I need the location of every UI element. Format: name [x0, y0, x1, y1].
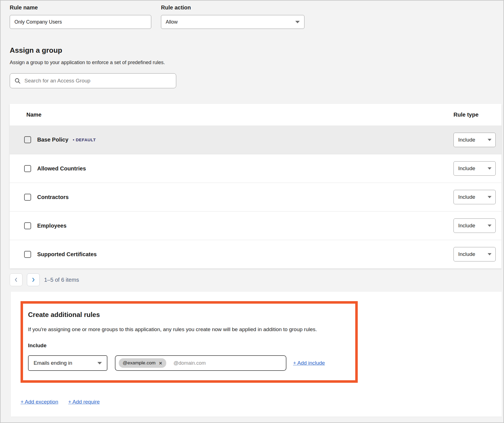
rule-type-value: Include: [458, 165, 475, 172]
rule-type-select[interactable]: Include: [453, 133, 496, 147]
row-right: Include: [453, 218, 502, 233]
row-checkbox[interactable]: [24, 194, 31, 201]
rule-name-field-group: Rule name: [10, 4, 151, 29]
chevron-down-icon: [295, 21, 300, 23]
column-header-name: Name: [10, 112, 453, 118]
include-label: Include: [28, 343, 349, 349]
rule-action-value: Allow: [166, 19, 178, 25]
rule-name-label: Rule name: [10, 4, 151, 11]
row-left: Supported Certificates: [10, 251, 453, 258]
additional-rules-card: Create additional rules If you're assign…: [11, 292, 502, 417]
row-checkbox[interactable]: [24, 222, 31, 229]
annotation-highlight-box: Create additional rules If you're assign…: [21, 301, 358, 383]
access-group-search-input[interactable]: [24, 78, 172, 84]
rule-action-field-group: Rule action Allow: [161, 4, 304, 29]
row-right: Include: [453, 161, 502, 176]
pagination-prev-button[interactable]: [10, 273, 22, 286]
table-row: Contractors Include: [10, 183, 502, 211]
rule-type-select[interactable]: Include: [453, 247, 496, 261]
row-right: Include: [453, 133, 502, 147]
rule-action-select[interactable]: Allow: [161, 15, 304, 29]
rule-form: Rule name Rule action Allow: [1, 1, 503, 29]
chevron-down-icon: [488, 225, 492, 227]
rule-type-value: Include: [458, 194, 475, 200]
access-group-search-box: [10, 73, 176, 88]
table-row: Employees Include: [10, 211, 502, 240]
email-tags-input-box[interactable]: @example.com ✕: [115, 355, 286, 371]
row-checkbox[interactable]: [24, 136, 31, 143]
search-icon: [14, 78, 21, 84]
row-name: Base Policy: [37, 137, 68, 143]
row-left: Allowed Countries: [10, 165, 453, 172]
add-exception-link[interactable]: + Add exception: [21, 399, 58, 405]
table-row: Allowed Countries Include: [10, 154, 502, 183]
rule-type-value: Include: [458, 137, 475, 143]
rule-type-value: Include: [458, 223, 475, 229]
row-right: Include: [453, 190, 502, 204]
email-tag-value: @example.com: [123, 360, 155, 366]
additional-rules-description: If you're assigning one or more groups t…: [28, 326, 349, 333]
pagination-status: 1–5 of 6 items: [44, 277, 79, 283]
row-left: Employees: [10, 222, 453, 229]
rule-name-input[interactable]: [10, 15, 151, 29]
row-left: Base Policy • DEFAULT: [10, 136, 453, 143]
chevron-down-icon: [488, 139, 492, 141]
table-row: Base Policy • DEFAULT Include: [10, 125, 502, 154]
chevron-down-icon: [488, 167, 492, 170]
email-tag: @example.com ✕: [119, 358, 166, 368]
create-additional-rules-heading: Create additional rules: [28, 311, 349, 319]
row-checkbox[interactable]: [24, 251, 31, 258]
chevron-down-icon: [97, 362, 102, 364]
add-require-link[interactable]: + Add require: [68, 399, 100, 405]
assign-group-heading: Assign a group: [10, 46, 503, 55]
table-row: Supported Certificates Include: [10, 240, 502, 268]
rule-type-select[interactable]: Include: [453, 190, 496, 204]
email-condition-select[interactable]: Emails ending in: [28, 355, 107, 371]
rule-type-select[interactable]: Include: [453, 218, 496, 233]
row-name: Employees: [37, 223, 67, 229]
add-include-link[interactable]: + Add include: [293, 360, 325, 366]
table-header: Name Rule type: [10, 104, 502, 125]
rule-action-label: Rule action: [161, 4, 304, 11]
access-rule-page: Rule name Rule action Allow Assign a gro…: [0, 0, 504, 423]
row-name: Contractors: [37, 194, 69, 200]
chevron-down-icon: [488, 196, 492, 198]
tag-remove-icon[interactable]: ✕: [159, 361, 162, 365]
chevron-down-icon: [488, 253, 492, 255]
include-rule-row: Emails ending in @example.com ✕ + Add in…: [28, 355, 349, 371]
rule-type-select[interactable]: Include: [453, 161, 496, 176]
row-right: Include: [453, 247, 502, 261]
email-condition-value: Emails ending in: [34, 360, 72, 366]
row-left: Contractors: [10, 194, 453, 201]
email-domain-input[interactable]: [173, 360, 283, 366]
chevron-left-icon: [14, 277, 18, 282]
rule-type-value: Include: [458, 251, 475, 257]
chevron-right-icon: [31, 277, 35, 282]
column-header-rule-type: Rule type: [453, 112, 502, 118]
pagination-next-button[interactable]: [27, 273, 40, 286]
access-groups-table: Name Rule type Base Policy • DEFAULT Inc…: [10, 104, 502, 268]
assign-group-description: Assign a group to your application to en…: [10, 60, 503, 66]
row-checkbox[interactable]: [24, 165, 31, 172]
default-badge: • DEFAULT: [73, 137, 96, 142]
row-name: Supported Certificates: [37, 251, 97, 258]
row-name: Allowed Countries: [37, 165, 86, 172]
pagination: 1–5 of 6 items: [10, 273, 503, 286]
footer-links: + Add exception + Add require: [21, 399, 502, 405]
